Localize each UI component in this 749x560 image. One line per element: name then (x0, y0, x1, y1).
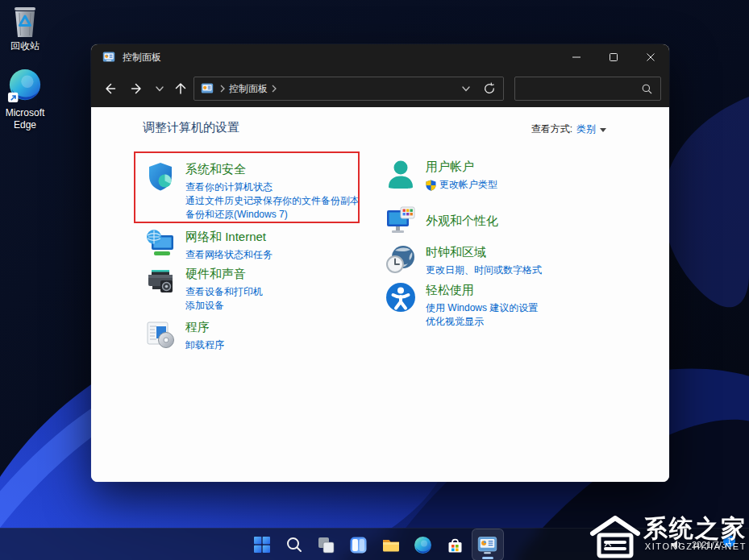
refresh-icon[interactable] (483, 82, 496, 95)
breadcrumb-chevron-icon (271, 84, 277, 93)
category-title[interactable]: 系统和安全 (185, 161, 360, 176)
category-link[interactable]: 通过文件历史记录保存你的文件备份副本 (185, 194, 360, 208)
address-dropdown-chevron[interactable] (460, 83, 472, 94)
tray-show-hidden-icons[interactable] (598, 529, 618, 560)
user-accounts-icon (385, 159, 416, 189)
uac-shield-icon (426, 180, 436, 191)
clock-region-icon (385, 244, 416, 275)
category-link[interactable]: 优化视觉显示 (426, 315, 538, 329)
category-title[interactable]: 用户帐户 (426, 159, 497, 174)
printer-icon (145, 266, 176, 297)
category-link[interactable]: 卸载程序 (185, 338, 224, 352)
breadcrumb-chevron-icon (219, 84, 226, 93)
category-link[interactable]: 添加设备 (185, 299, 263, 313)
taskbar-edge-button[interactable] (407, 529, 439, 560)
tray-date[interactable]: 2021/7/3 (692, 540, 726, 550)
address-bar[interactable]: 控制面板 (193, 77, 504, 101)
category-clock-region[interactable]: 时钟和区域 更改日期、时间或数字格式 (385, 244, 627, 277)
taskbar: 2021/7/3 1 (0, 528, 749, 560)
edge-icon (414, 536, 432, 554)
category-title[interactable]: 程序 (185, 319, 224, 334)
search-box[interactable] (514, 77, 661, 101)
category-link[interactable]: 查看设备和打印机 (185, 285, 263, 299)
file-explorer-icon (381, 535, 401, 554)
control-panel-window: 控制面板 (91, 44, 669, 482)
category-appearance-personalization[interactable]: 外观和个性化 (385, 205, 627, 236)
widgets-icon (349, 536, 368, 554)
desktop: 回收站 Microsoft Edge (0, 0, 749, 560)
close-button[interactable] (632, 44, 669, 70)
store-icon (446, 536, 464, 554)
widgets-button[interactable] (343, 529, 375, 560)
category-link[interactable]: 备份和还原(Windows 7) (185, 208, 360, 222)
view-by-control: 查看方式: 类别 (531, 122, 606, 136)
taskbar-control-panel-button[interactable] (472, 529, 504, 560)
control-panel-icon (102, 51, 115, 64)
programs-icon (145, 319, 176, 350)
window-title: 控制面板 (123, 51, 161, 64)
file-explorer-button[interactable] (375, 529, 407, 560)
category-ease-of-access[interactable]: 轻松使用 使用 Windows 建议的设置 优化视觉显示 (385, 282, 627, 329)
edge-icon (7, 71, 43, 105)
page-title: 调整计算机的设置 (143, 120, 239, 135)
category-link[interactable]: 查看网络状态和任务 (185, 248, 273, 262)
control-panel-icon (477, 535, 497, 555)
category-network-internet[interactable]: 网络和 Internet 查看网络状态和任务 (145, 229, 387, 262)
network-icon (145, 229, 176, 259)
category-title[interactable]: 网络和 Internet (185, 229, 273, 244)
recycle-bin-icon (7, 4, 43, 38)
up-button[interactable] (169, 77, 193, 101)
search-icon (285, 536, 303, 554)
category-programs[interactable]: 程序 卸载程序 (145, 319, 387, 352)
chevron-down-icon[interactable] (600, 128, 606, 132)
personalization-icon (385, 205, 416, 236)
view-by-value-link[interactable]: 类别 (576, 122, 596, 136)
taskbar-search-button[interactable] (278, 529, 310, 560)
category-title[interactable]: 时钟和区域 (426, 244, 542, 259)
shield-icon (145, 161, 176, 192)
desktop-icon-label: Microsoft Edge (0, 107, 50, 131)
tray-volume-icon[interactable] (670, 538, 683, 554)
desktop-icon-edge[interactable]: Microsoft Edge (0, 71, 50, 131)
search-input[interactable] (515, 83, 641, 94)
task-view-icon (317, 536, 335, 554)
desktop-icon-label: 回收站 (10, 40, 40, 52)
back-button[interactable] (98, 77, 122, 101)
breadcrumb-control-panel[interactable]: 控制面板 (229, 82, 268, 96)
category-hardware-sound[interactable]: 硬件和声音 查看设备和打印机 添加设备 (145, 266, 387, 313)
category-system-and-security[interactable]: 系统和安全 查看你的计算机状态 通过文件历史记录保存你的文件备份副本 备份和还原… (145, 161, 387, 222)
category-title[interactable]: 外观和个性化 (426, 213, 498, 228)
ease-of-access-icon (385, 282, 416, 313)
category-user-accounts[interactable]: 用户帐户 更改帐户类型 (385, 159, 627, 192)
notification-badge[interactable]: 1 (723, 535, 735, 547)
category-link-uac[interactable]: 更改帐户类型 (426, 178, 497, 192)
minimize-button[interactable] (558, 44, 595, 70)
windows-start-icon (253, 536, 271, 554)
category-link[interactable]: 查看你的计算机状态 (185, 180, 360, 194)
task-view-button[interactable] (310, 529, 343, 560)
maximize-button[interactable] (595, 44, 632, 70)
start-button[interactable] (246, 529, 278, 560)
titlebar[interactable]: 控制面板 (91, 44, 669, 70)
category-title[interactable]: 硬件和声音 (185, 266, 263, 281)
search-icon (641, 83, 653, 95)
chevron-up-icon (603, 540, 613, 550)
navigation-bar: 控制面板 (91, 70, 669, 107)
category-link[interactable]: 使用 Windows 建议的设置 (426, 301, 538, 315)
microsoft-store-button[interactable] (439, 529, 472, 560)
category-link[interactable]: 更改日期、时间或数字格式 (426, 263, 542, 277)
forward-button[interactable] (125, 77, 149, 101)
control-panel-content: 调整计算机的设置 查看方式: 类别 (91, 107, 669, 482)
category-title[interactable]: 轻松使用 (426, 282, 538, 297)
view-by-label: 查看方式: (531, 122, 572, 136)
control-panel-icon (201, 82, 214, 95)
desktop-icon-recycle-bin[interactable]: 回收站 (0, 4, 50, 52)
